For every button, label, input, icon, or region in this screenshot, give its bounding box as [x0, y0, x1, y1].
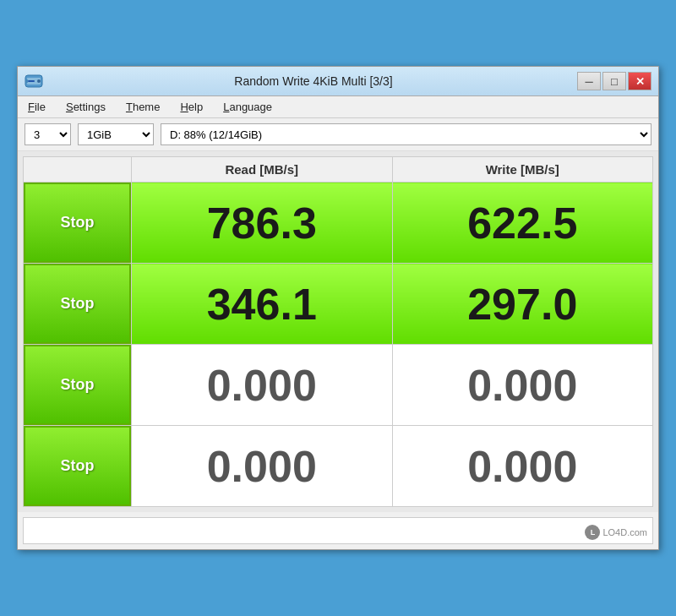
- table-header: Read [MB/s] Write [MB/s]: [24, 157, 653, 183]
- menu-theme[interactable]: Theme: [123, 99, 163, 115]
- stop-button-4[interactable]: Stop: [24, 426, 131, 506]
- stop-btn-cell-2: Stop: [24, 264, 132, 345]
- stop-btn-cell-3: Stop: [24, 345, 132, 426]
- window-controls: ─ □ ✕: [577, 72, 651, 90]
- read-value-3: 0.000: [132, 355, 392, 416]
- menu-file[interactable]: File: [25, 99, 49, 115]
- benchmark-table: Read [MB/s] Write [MB/s] Stop 786.3 622.…: [23, 156, 653, 507]
- main-window: Random Write 4KiB Multi [3/3] ─ □ ✕ File…: [17, 66, 659, 550]
- stop-button-3[interactable]: Stop: [24, 345, 131, 425]
- write-value-1: 622.5: [393, 193, 653, 253]
- read-value-1: 786.3: [132, 193, 392, 253]
- watermark-label: LO4D.com: [602, 527, 647, 537]
- read-value-2: 346.1: [132, 274, 392, 335]
- window-title: Random Write 4KiB Multi [3/3]: [50, 74, 577, 88]
- table-row: Stop 0.000 0.000: [24, 426, 653, 507]
- write-value-3: 0.000: [393, 355, 653, 416]
- write-value-2: 297.0: [393, 274, 653, 335]
- stop-btn-cell-4: Stop: [24, 426, 132, 507]
- read-value-cell-2: 346.1: [132, 264, 393, 345]
- svg-rect-4: [25, 79, 28, 83]
- read-value-cell-3: 0.000: [132, 345, 393, 426]
- read-value-4: 0.000: [132, 436, 392, 497]
- toolbar: 3 1GiB D: 88% (12/14GiB): [18, 118, 658, 151]
- header-empty: [24, 157, 132, 183]
- minimize-button[interactable]: ─: [577, 72, 601, 90]
- title-bar: Random Write 4KiB Multi [3/3] ─ □ ✕: [18, 67, 658, 96]
- write-value-cell-4: 0.000: [392, 426, 653, 507]
- header-write: Write [MB/s]: [392, 157, 653, 183]
- content-area: Read [MB/s] Write [MB/s] Stop 786.3 622.…: [18, 151, 658, 512]
- menubar: File Settings Theme Help Language: [18, 96, 658, 118]
- table-row: Stop 0.000 0.000: [24, 345, 653, 426]
- stop-btn-cell-1: Stop: [24, 183, 132, 264]
- drive-select[interactable]: D: 88% (12/14GiB): [161, 123, 651, 145]
- write-value-cell-2: 297.0: [392, 264, 653, 345]
- table-row: Stop 346.1 297.0: [24, 264, 653, 345]
- table-row: Stop 786.3 622.5: [24, 183, 653, 264]
- menu-language[interactable]: Language: [220, 99, 275, 115]
- restore-button[interactable]: □: [602, 72, 626, 90]
- write-value-cell-3: 0.000: [392, 345, 653, 426]
- watermark-icon: L: [585, 525, 600, 540]
- menu-help[interactable]: Help: [177, 99, 206, 115]
- header-read: Read [MB/s]: [132, 157, 393, 183]
- write-value-cell-1: 622.5: [392, 183, 653, 264]
- read-value-cell-4: 0.000: [132, 426, 393, 507]
- write-value-4: 0.000: [393, 436, 653, 497]
- svg-rect-3: [28, 80, 35, 82]
- menu-settings[interactable]: Settings: [63, 99, 109, 115]
- watermark: L LO4D.com: [585, 525, 647, 540]
- read-value-cell-1: 786.3: [132, 183, 393, 264]
- queue-depth-select[interactable]: 3: [25, 123, 71, 145]
- stop-button-2[interactable]: Stop: [24, 264, 131, 344]
- stop-button-1[interactable]: Stop: [24, 183, 131, 263]
- status-bar: L LO4D.com: [23, 517, 653, 544]
- app-icon: [25, 72, 43, 90]
- size-select[interactable]: 1GiB: [78, 123, 154, 145]
- close-button[interactable]: ✕: [628, 72, 651, 90]
- svg-point-2: [37, 79, 41, 83]
